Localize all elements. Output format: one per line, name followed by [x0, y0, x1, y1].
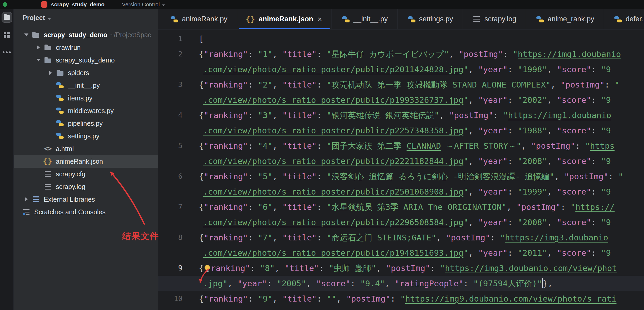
line-number[interactable]: 7	[158, 199, 182, 215]
code-link[interactable]: .com/view/photo/s_ratio_poster/public/p2…	[203, 187, 463, 196]
tree-item-a.html[interactable]: a.html	[14, 142, 158, 155]
code-text[interactable]: {"ranking": "9", "title": "", "postImg":…	[182, 291, 616, 306]
code-link[interactable]: https://img3.doubanio.com/view/phot	[445, 263, 617, 273]
editor-line[interactable]: 7{"ranking": "6", "title": "水星领航员 第3季 AR…	[158, 199, 644, 215]
line-number[interactable]: 4	[158, 108, 182, 123]
tree-item-Scratches-and-Consoles[interactable]: Scratches and Consoles	[14, 206, 158, 218]
structure-tool-button[interactable]	[2, 30, 12, 40]
editor-line[interactable]: .com/view/photo/s_ratio_poster/public/p2…	[158, 153, 644, 169]
tree-item-items.py[interactable]: items.py	[14, 92, 158, 104]
close-icon[interactable]	[318, 15, 322, 23]
editor-line[interactable]: .com/view/photo/s_ratio_poster/public/p2…	[158, 215, 644, 230]
code-link[interactable]: .com/view/photo/s_ratio_poster/public/p1…	[203, 248, 463, 258]
editor-line[interactable]: 1[	[158, 31, 644, 46]
code-link[interactable]: .com/view/photo/s_ratio_poster/public/p1…	[203, 95, 463, 105]
editor-line[interactable]: .com/view/photo/s_ratio_poster/public/p1…	[158, 92, 644, 108]
editor-line[interactable]: 8{"ranking": "7", "title": "命运石之门 STEINS…	[158, 230, 644, 245]
tree-item-pipelines.py[interactable]: pipelines.py	[14, 117, 158, 130]
editor-line[interactable]: .com/view/photo/s_ratio_poster/public/p2…	[158, 123, 644, 138]
project-panel-header[interactable]: Project	[14, 9, 158, 26]
line-number[interactable]: 8	[158, 230, 182, 245]
line-number[interactable]	[158, 215, 182, 230]
tab-anime_rank.py[interactable]: anime_rank.py	[526, 9, 604, 29]
editor-line[interactable]: .com/view/photo/s_ratio_poster/public/p2…	[158, 62, 644, 77]
code-link[interactable]: .com/view/photo/s_ratio_poster/public/p2…	[203, 126, 463, 135]
tree-item-__init__.py[interactable]: __init__.py	[14, 79, 158, 92]
tab-settings.py[interactable]: settings.py	[398, 9, 463, 29]
more-tool-button[interactable]	[2, 47, 12, 57]
tab-animeRank.py[interactable]: animeRank.py	[160, 9, 237, 29]
code-text[interactable]: {"ranking": "5", "title": "浪客剑心 追忆篇 るろうに…	[182, 169, 623, 184]
code-text[interactable]: [	[182, 31, 204, 46]
line-number[interactable]	[158, 184, 182, 199]
code-text[interactable]: .com/view/photo/s_ratio_poster/public/p2…	[182, 153, 611, 169]
titlebar-project-name[interactable]: scrapy_study_demo	[51, 1, 105, 8]
line-number[interactable]	[158, 245, 182, 260]
editor-line[interactable]: 6{"ranking": "5", "title": "浪客剑心 追忆篇 るろう…	[158, 169, 644, 184]
line-number[interactable]	[158, 92, 182, 108]
code-link[interactable]: .com/view/photo/s_ratio_poster/public/p2…	[203, 156, 463, 166]
code-link[interactable]: .com/view/photo/s_ratio_poster/public/p2…	[203, 65, 463, 74]
tab-defer.p[interactable]: defer.p	[604, 9, 644, 29]
tree-item-crawlrun[interactable]: crawlrun	[14, 41, 158, 54]
line-number[interactable]: 9	[158, 260, 182, 276]
code-link[interactable]: CLANNAD	[407, 141, 441, 151]
tree-item-animeRank.json[interactable]: animeRank.json	[14, 155, 158, 168]
chevron-down-icon[interactable]	[22, 30, 31, 39]
code-text[interactable]: {"ranking": "6", "title": "水星领航员 第3季 ARI…	[182, 199, 615, 215]
code-text[interactable]: .com/view/photo/s_ratio_poster/public/p2…	[182, 184, 611, 199]
tree-item-scrapy_study_demo[interactable]: scrapy_study_demo	[14, 54, 158, 66]
tab-scrapy.log[interactable]: scrapy.log	[463, 9, 526, 29]
code-link[interactable]: https://img1.doubanio	[518, 49, 621, 59]
code-link[interactable]: https	[590, 141, 615, 151]
code-link[interactable]: https://img3.doubanio	[505, 233, 608, 242]
editor-line[interactable]: .com/view/photo/s_ratio_poster/public/p2…	[158, 184, 644, 199]
line-number[interactable]: 6	[158, 169, 182, 184]
chevron-down-icon[interactable]	[34, 56, 43, 65]
line-number[interactable]: 1	[158, 31, 182, 46]
tree-item-scrapy.cfg[interactable]: scrapy.cfg	[14, 168, 158, 180]
line-number[interactable]	[158, 123, 182, 138]
tree-item-External-Libraries[interactable]: External Libraries	[14, 193, 158, 206]
chevron-right-icon[interactable]	[46, 68, 55, 77]
code-text[interactable]: {"ranking": "2", "title": "攻壳机动队 第一季 攻殻機…	[182, 77, 620, 92]
tree-item-scrapy.log[interactable]: scrapy.log	[14, 180, 158, 193]
code-text[interactable]: {"ranking": "7", "title": "命运石之门 STEINS;…	[182, 230, 608, 245]
editor-line[interactable]: .jpg", "year": "2005", "score": "9.4", "…	[158, 276, 644, 291]
code-text[interactable]: .com/view/photo/s_ratio_poster/public/p2…	[182, 62, 611, 77]
code-text[interactable]: .com/view/photo/s_ratio_poster/public/p1…	[182, 245, 611, 260]
tree-item-scrapy_study_demo[interactable]: scrapy_study_demo~/ProjectSpac	[14, 28, 158, 41]
code-text[interactable]: {ranking": "8", "title": "虫师 蟲師", "postI…	[182, 260, 617, 276]
code-link[interactable]: https://	[575, 202, 615, 212]
window-control-green-icon[interactable]	[3, 2, 7, 7]
code-link[interactable]: .jpg	[203, 279, 223, 288]
chevron-right-icon[interactable]	[22, 195, 31, 204]
code-link[interactable]: https://img9.doubanio.com/view/photo/s_r…	[405, 294, 617, 303]
project-tool-button[interactable]	[2, 12, 12, 23]
code-text[interactable]: {"ranking": "1", "title": "星际牛仔 カウボーイビバッ…	[182, 46, 621, 62]
code-text[interactable]: {"ranking": "4", "title": "团子大家族 第二季 CLA…	[182, 138, 615, 153]
tab-__init__.py[interactable]: __init__.py	[332, 9, 398, 29]
editor-line[interactable]: 4{"ranking": "3", "title": "银河英雄传说 銀河英雄伝…	[158, 108, 644, 123]
line-number[interactable]: 10	[158, 291, 182, 306]
code-text[interactable]: .com/view/photo/s_ratio_poster/public/p2…	[182, 123, 611, 138]
editor-line[interactable]: .com/view/photo/s_ratio_poster/public/p1…	[158, 245, 644, 260]
editor-line[interactable]: 3{"ranking": "2", "title": "攻壳机动队 第一季 攻殻…	[158, 77, 644, 92]
editor-line[interactable]: 2{"ranking": "1", "title": "星际牛仔 カウボーイビバ…	[158, 46, 644, 62]
line-number[interactable]: 5	[158, 138, 182, 153]
code-text[interactable]: .com/view/photo/s_ratio_poster/public/p1…	[182, 92, 611, 108]
tree-item-settings.py[interactable]: settings.py	[14, 130, 158, 142]
editor-line[interactable]: 9{ranking": "8", "title": "虫师 蟲師", "post…	[158, 260, 644, 276]
line-number[interactable]	[158, 276, 182, 291]
code-text[interactable]: .com/view/photo/s_ratio_poster/public/p2…	[182, 215, 611, 230]
line-number[interactable]	[158, 153, 182, 169]
tree-item-middlewares.py[interactable]: middlewares.py	[14, 104, 158, 117]
line-number[interactable]: 3	[158, 77, 182, 92]
editor-line[interactable]: 5{"ranking": "4", "title": "团子大家族 第二季 CL…	[158, 138, 644, 153]
code-link[interactable]: .com/view/photo/s_ratio_poster/public/p2…	[203, 217, 463, 227]
editor-line[interactable]: 10{"ranking": "9", "title": "", "postImg…	[158, 291, 644, 306]
code-link[interactable]: https://img1.doubanio	[508, 110, 611, 120]
chevron-right-icon[interactable]	[34, 43, 43, 52]
tab-animeRank.json[interactable]: animeRank.json	[237, 9, 332, 29]
code-text[interactable]: {"ranking": "3", "title": "银河英雄传说 銀河英雄伝説…	[182, 108, 611, 123]
